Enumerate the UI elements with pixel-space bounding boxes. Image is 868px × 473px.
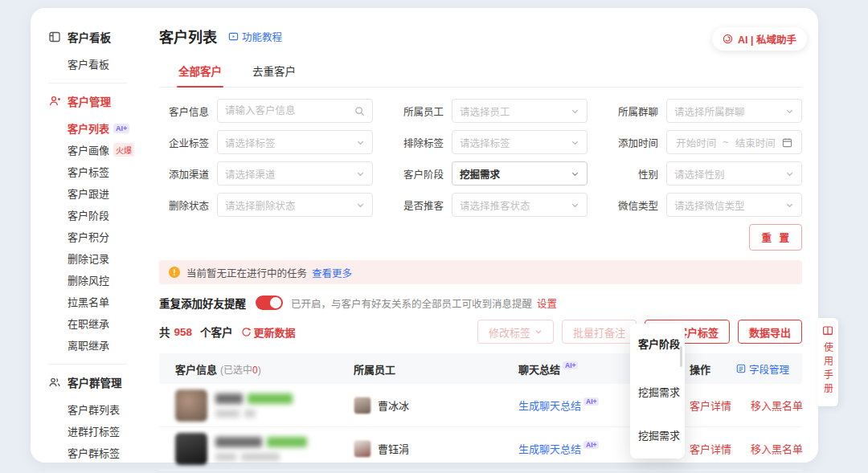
reset-row: 重 置 — [159, 224, 802, 251]
field-management-link[interactable]: 字段管理 — [736, 361, 789, 377]
sidebar-item-resigned-inherit[interactable]: 离职继承 — [48, 334, 143, 356]
modify-tag-button[interactable]: 修改标签 — [477, 320, 554, 344]
book-icon — [822, 325, 833, 336]
col-customer-info: 客户信息(已选中0) — [159, 361, 350, 377]
sidebar-item-blacklist[interactable]: 拉黑名单 — [48, 291, 143, 312]
tab-all-customers[interactable]: 全部客户 — [177, 58, 223, 87]
sidebar-item-customer-list[interactable]: 客户列表 AI+ — [48, 117, 143, 139]
sidebar-item-delete-risk[interactable]: 删除风控 — [48, 269, 143, 291]
view-more-link[interactable]: 查看更多 — [312, 265, 352, 280]
col-chat-summary: 聊天总结AI+ — [515, 361, 630, 377]
gender-select[interactable]: 请选择性别 — [666, 161, 802, 186]
delete-status-select[interactable]: 请选择删除状态 — [217, 193, 373, 217]
wechat-type-select[interactable]: 请选择微信类型 — [666, 193, 802, 217]
count-prefix: 共 — [159, 324, 170, 340]
warning-icon: ! — [169, 267, 180, 278]
generate-summary-link[interactable]: 生成聊天总结 — [518, 400, 581, 412]
employee-avatar — [354, 440, 371, 458]
sidebar-item-customer-followup[interactable]: 客户跟进 — [48, 182, 143, 204]
tutorial-link[interactable]: 功能教程 — [228, 29, 282, 44]
sidebar-divider — [48, 83, 127, 84]
ai-badge: AI+ — [583, 398, 599, 406]
sidebar-item-active-inherit[interactable]: 在职继承 — [48, 312, 143, 334]
customer-cell-blurred — [159, 389, 350, 422]
sidebar-group-dashboard[interactable]: 客户看板 — [48, 29, 143, 45]
ai-logo-icon — [723, 34, 733, 44]
employee-name: 曹钰涓 — [378, 441, 409, 456]
customer-detail-link[interactable]: 客户详情 — [690, 398, 731, 413]
employee-name: 曹冰冰 — [378, 398, 409, 413]
settings-link[interactable]: 设置 — [537, 296, 557, 311]
sidebar-item-delete-records[interactable]: 删除记录 — [48, 247, 143, 269]
manual-label: 使用手册 — [821, 342, 835, 397]
ai-badge: AI+ — [113, 124, 129, 133]
duplicate-reminder-row: 重复添加好友提醒 已开启，与客户有好友关系的全部员工可收到消息提醒 设置 — [159, 295, 802, 311]
col-actions: 操作 字段管理 — [686, 361, 802, 377]
sidebar-item-customer-portrait[interactable]: 客户画像 火爆 — [48, 139, 143, 161]
page-header: 客户列表 功能教程 — [159, 26, 802, 47]
customer-info-input[interactable] — [217, 99, 373, 123]
filter-group-chat: 所属群聊 请选择所属群聊 — [608, 99, 802, 123]
stage-column-header[interactable]: 客户阶段 — [630, 324, 685, 351]
filter-customer-info: 客户信息 — [159, 99, 373, 123]
group-chat-select[interactable]: 请选择所属群聊 — [666, 99, 802, 123]
date-range-picker[interactable]: 开始时间 ~ 结束时间 — [666, 130, 802, 154]
chevron-down-icon — [785, 169, 794, 178]
stage-column-floating-panel[interactable]: 客户阶段 挖掘需求 挖掘需求 — [630, 324, 685, 459]
sidebar-item-customer-dashboard[interactable]: 客户看板 — [48, 53, 143, 75]
sidebar: 客户看板 客户看板 客户管理 客户列表 AI+ 客户画像 火爆 客户标签 客户跟… — [31, 8, 143, 463]
sidebar-item-customer-tags[interactable]: 客户标签 — [48, 161, 143, 182]
sidebar-group-label: 客户群管理 — [68, 374, 122, 390]
calendar-icon — [782, 137, 792, 148]
sidebar-item-customer-points[interactable]: 客户积分 — [48, 226, 143, 247]
table-row[interactable]: 曹冰冰 生成聊天总结AI+ 客户详情 移入黑名单 — [159, 384, 802, 427]
user-manual-tab[interactable]: 使用手册 — [817, 318, 838, 406]
filter-delete-status: 删除状态 请选择删除状态 — [159, 193, 373, 217]
table-row[interactable]: 曹钰涓 生成聊天总结AI+ 客户详情 移入黑名单 — [159, 427, 802, 471]
sidebar-group-customer-mgmt[interactable]: 客户管理 — [48, 93, 143, 109]
sidebar-item-group-join-tag[interactable]: 进群打标签 — [48, 420, 143, 442]
reset-button[interactable]: 重 置 — [749, 224, 802, 251]
selected-count: 0 — [252, 365, 258, 376]
add-channel-select[interactable]: 请选择渠道 — [217, 161, 373, 186]
group-icon — [48, 376, 61, 389]
stage-value: 挖掘需求 — [638, 427, 680, 442]
move-blacklist-link[interactable]: 移入黑名单 — [751, 398, 803, 413]
batch-note-button[interactable]: 批量打备注 — [562, 320, 637, 344]
table-header: 客户信息(已选中0) 所属员工 聊天总结AI+ 操作 字段管理 — [159, 353, 802, 384]
refresh-icon — [241, 327, 252, 337]
customer-stage-select[interactable]: 挖掘需求 — [452, 161, 588, 186]
chat-summary-cell: 生成聊天总结AI+ — [515, 441, 630, 456]
scrollbar-thumb[interactable] — [680, 346, 682, 367]
employee-select[interactable]: 请选择员工 — [452, 99, 588, 123]
sidebar-item-group-tags[interactable]: 客户群标签 — [48, 442, 143, 463]
export-data-button[interactable]: 数据导出 — [738, 320, 802, 344]
count-row: 共 958 个客户 更新数据 修改标签 批量打备注 导入客户标签 数据导出 — [159, 320, 802, 344]
duplicate-reminder-label: 重复添加好友提醒 — [159, 295, 246, 311]
generate-summary-link[interactable]: 生成聊天总结 — [518, 443, 581, 455]
search-input[interactable] — [225, 105, 354, 116]
exclude-tag-select[interactable]: 请选择标签 — [452, 130, 588, 154]
customer-detail-link[interactable]: 客户详情 — [690, 441, 731, 456]
move-blacklist-link[interactable]: 移入黑名单 — [751, 441, 803, 456]
ai-assistant-button[interactable]: AI | 私域助手 — [712, 27, 807, 51]
chevron-down-icon — [785, 107, 794, 116]
sidebar-group-customer-group-mgmt[interactable]: 客户群管理 — [48, 374, 143, 390]
referral-status-select[interactable]: 请选择推客状态 — [452, 193, 588, 217]
sidebar-item-group-list[interactable]: 客户群列表 — [48, 398, 143, 420]
duplicate-reminder-toggle[interactable] — [256, 296, 283, 310]
chevron-down-icon — [785, 201, 794, 210]
app-window: 客户看板 客户看板 客户管理 客户列表 AI+ 客户画像 火爆 客户标签 客户跟… — [31, 8, 818, 463]
sidebar-group-label: 客户看板 — [68, 29, 111, 45]
corp-tag-select[interactable]: 请选择标签 — [217, 130, 373, 154]
sidebar-item-customer-stage[interactable]: 客户阶段 — [48, 204, 143, 226]
tab-dedupe-customers[interactable]: 去重客户 — [251, 58, 297, 87]
filter-add-time: 添加时间 开始时间 ~ 结束时间 — [608, 130, 802, 154]
refresh-data-link[interactable]: 更新数据 — [241, 324, 296, 340]
hot-badge: 火爆 — [113, 143, 134, 157]
end-date-placeholder: 结束时间 — [735, 135, 776, 150]
employee-avatar — [354, 397, 371, 414]
customer-avatar — [175, 433, 207, 465]
sidebar-divider — [48, 364, 127, 365]
employee-cell: 曹冰冰 — [350, 397, 515, 414]
